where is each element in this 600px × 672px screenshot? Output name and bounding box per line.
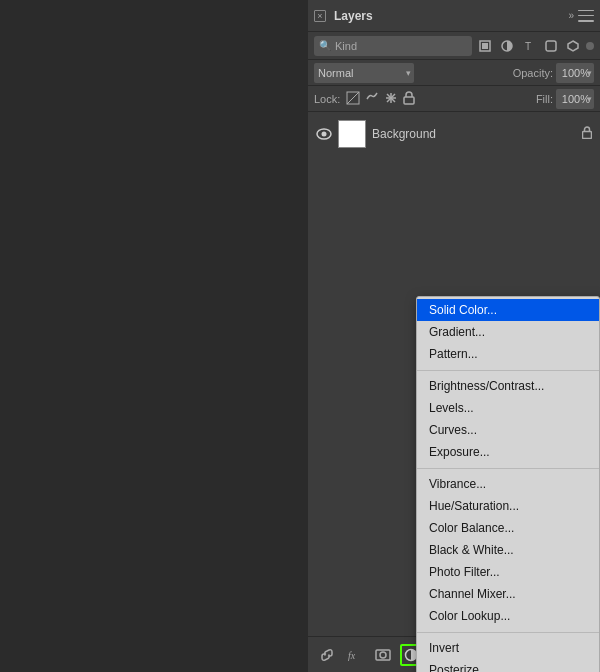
lock-label: Lock: [314, 93, 340, 105]
menu-item-photo-filter[interactable]: Photo Filter... [417, 561, 599, 583]
layer-item[interactable]: Background [308, 116, 600, 152]
svg-rect-1 [482, 43, 488, 49]
link-layers-button[interactable] [316, 644, 338, 666]
opacity-input[interactable]: 100% [556, 63, 594, 83]
menu-item-curves[interactable]: Curves... [417, 419, 599, 441]
menu-item-black-white[interactable]: Black & White... [417, 539, 599, 561]
fill-group: Fill: 100% [536, 89, 594, 109]
svg-line-7 [347, 92, 359, 104]
lock-transparent-icon[interactable] [346, 91, 360, 107]
panel-title: Layers [334, 9, 568, 23]
menu-item-invert[interactable]: Invert [417, 637, 599, 659]
search-icon: 🔍 [319, 40, 331, 51]
lock-row: Lock: [308, 86, 600, 112]
menu-separator-2 [417, 463, 599, 469]
menu-item-exposure[interactable]: Exposure... [417, 441, 599, 463]
smart-object-filter-icon[interactable] [564, 37, 582, 55]
adjustment-filter-icon[interactable] [498, 37, 516, 55]
menu-item-gradient[interactable]: Gradient... [417, 321, 599, 343]
menu-item-color-balance[interactable]: Color Balance... [417, 517, 599, 539]
svg-text:fx: fx [348, 650, 356, 661]
kind-search-box[interactable]: 🔍 Kind [314, 36, 472, 56]
close-icon: × [317, 11, 322, 21]
svg-marker-5 [568, 41, 578, 51]
menu-separator-3 [417, 627, 599, 633]
blend-mode-select[interactable]: Normal [314, 63, 414, 83]
filter-row: 🔍 Kind T [308, 32, 600, 60]
opacity-group: Opacity: 100% [513, 63, 594, 83]
add-mask-button[interactable] [372, 644, 394, 666]
menu-item-posterize[interactable]: Posterize... [417, 659, 599, 672]
kind-label: Kind [335, 40, 357, 52]
panel-close-button[interactable]: × [314, 10, 326, 22]
fill-input[interactable]: 100% [556, 89, 594, 109]
opacity-wrapper: 100% [556, 63, 594, 83]
lock-image-icon[interactable] [365, 91, 379, 107]
fill-label: Fill: [536, 93, 553, 105]
panel-menu-button[interactable] [578, 10, 594, 22]
opacity-label: Opacity: [513, 67, 553, 79]
menu-item-pattern[interactable]: Pattern... [417, 343, 599, 365]
lock-position-icon[interactable] [384, 91, 398, 107]
layer-lock-icon [582, 126, 592, 142]
layer-thumbnail [338, 120, 366, 148]
canvas-area [0, 0, 308, 672]
menu-item-color-lookup[interactable]: Color Lookup... [417, 605, 599, 627]
blend-opacity-row: Normal Opacity: 100% [308, 60, 600, 86]
layer-name: Background [372, 127, 576, 141]
fill-wrapper: 100% [556, 89, 594, 109]
collapse-icon[interactable]: » [568, 10, 574, 21]
svg-rect-4 [546, 41, 556, 51]
svg-rect-12 [404, 97, 414, 104]
svg-rect-15 [583, 132, 592, 139]
type-filter-icon[interactable]: T [520, 37, 538, 55]
layer-visibility-toggle[interactable] [316, 126, 332, 142]
shape-filter-icon[interactable] [542, 37, 560, 55]
menu-item-solid-color[interactable]: Solid Color... [417, 299, 599, 321]
adjustment-dropdown-menu: Solid Color... Gradient... Pattern... Br… [416, 296, 600, 672]
menu-item-levels[interactable]: Levels... [417, 397, 599, 419]
menu-item-brightness-contrast[interactable]: Brightness/Contrast... [417, 375, 599, 397]
lock-icons [346, 91, 415, 107]
menu-item-vibrance[interactable]: Vibrance... [417, 473, 599, 495]
menu-item-hue-saturation[interactable]: Hue/Saturation... [417, 495, 599, 517]
filter-icons: T [476, 37, 594, 55]
menu-item-channel-mixer[interactable]: Channel Mixer... [417, 583, 599, 605]
svg-point-14 [322, 132, 327, 137]
filter-active-dot [586, 42, 594, 50]
fx-button[interactable]: fx [344, 644, 366, 666]
menu-separator-1 [417, 365, 599, 371]
svg-point-18 [380, 652, 386, 658]
svg-text:T: T [525, 41, 531, 52]
lock-all-icon[interactable] [403, 91, 415, 107]
pixel-filter-icon[interactable] [476, 37, 494, 55]
blend-mode-wrapper: Normal [314, 63, 414, 83]
panel-titlebar: × Layers » [308, 0, 600, 32]
